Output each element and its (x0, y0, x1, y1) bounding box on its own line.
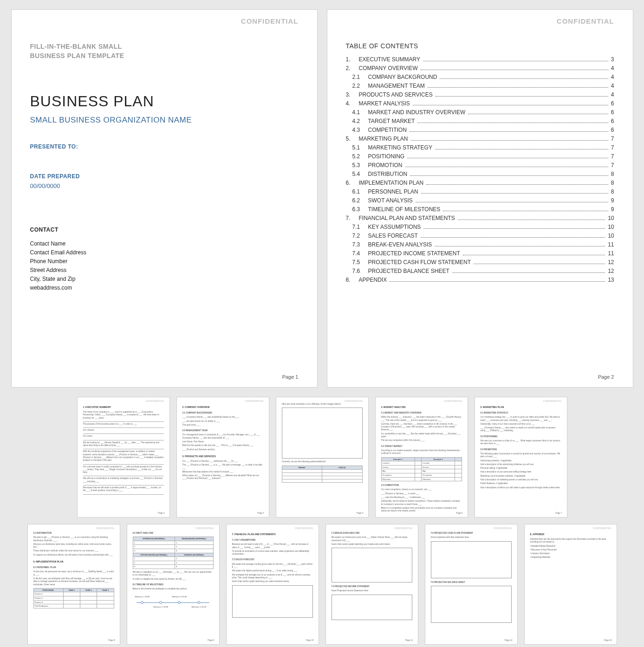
toc-num: 2.1 (346, 74, 368, 80)
subsection-heading: 7.2 SALES FORECAST (232, 558, 313, 561)
fill-line (83, 439, 164, 440)
subsection-heading: 6.1 PERSONNEL PLAN (33, 566, 114, 569)
toc-row: 6.3TIMELINE OF MILESTONES 9 (346, 206, 614, 213)
toc-page: 4 (609, 91, 614, 98)
toc-row: 7.5PROJECTED CASH FLOW STATEMENT 12 (346, 259, 614, 265)
contact-city: City, State and Zip (30, 275, 299, 283)
toc-row: 7.FINANCIAL PLAN AND STATEMENTS 10 (346, 215, 614, 221)
confidential-label: CONFIDENTIAL (557, 17, 614, 25)
toc-label: PROJECTED BALANCE SHEET (368, 268, 451, 274)
body-text: We expect our break-even point to be ___… (332, 536, 412, 542)
fill-line (83, 421, 164, 422)
toc-label: APPENDIX (359, 277, 389, 283)
toc-num: 5.2 (346, 153, 368, 160)
document-title: BUSINESS PLAN (30, 93, 299, 110)
body-text: In the first year, we anticipate total h… (33, 577, 114, 586)
thumb-page-9: CONFIDENTIALPage 96.2 SWOT ANALYSISSTREN… (127, 524, 220, 645)
toc-page: 7 (609, 136, 614, 142)
body-text: Within the industry ___ (Industry) ___ h… (381, 416, 462, 422)
toc-num: 7.2 (346, 233, 368, 239)
toc-dots (421, 237, 605, 238)
toc-num: 5.1 (346, 144, 368, 151)
toc-page: 10 (606, 233, 614, 239)
subsection-heading: 7.6 PROJECTED BALANCE SHEET (431, 581, 512, 584)
toc-row: 4.MARKET ANALYSIS 6 (346, 100, 614, 107)
body-text: Additionally, we've looked at indirect c… (381, 500, 462, 506)
body-text: • Supporting Materials (530, 556, 611, 559)
body-text: Because we will need a total of $ ___ of… (232, 543, 313, 549)
body-text: Currently, there are ___ (Number) ___ di… (381, 423, 462, 432)
body-text: To provide an estimation of a worst-case… (232, 550, 313, 556)
toc-dots (428, 87, 608, 88)
subsection-heading: 5.1 MARKETING STRATEGY (481, 412, 561, 414)
subsection-heading: 5.4 DISTRIBUTION (33, 532, 114, 535)
section-heading: 6. IMPLEMENTATION PLAN (33, 560, 114, 563)
toc-label: COMPANY BACKGROUND (368, 74, 439, 80)
body-text: Our vision: (83, 435, 164, 438)
body-text: It is worthwhile to note that ___. But t… (381, 433, 462, 439)
toc-dots (407, 158, 608, 158)
statement-placeholder (431, 586, 512, 623)
toc-page: 4 (609, 65, 614, 71)
toc-title: TABLE OF CONTENTS (346, 42, 614, 50)
fill-line (83, 493, 164, 495)
toc-num: 4.1 (346, 109, 368, 116)
subsection-heading: 2.2 MANAGEMENT TEAM (182, 429, 263, 432)
subsection-heading: 7.3 BREAK-EVEN ANALYSIS (332, 532, 412, 535)
toc-page: 7 (609, 162, 614, 168)
thumb-page-12: CONFIDENTIALPage 127.5 PROJECTED CASH FL… (425, 524, 518, 645)
subsection-heading: 6.2 SWOT ANALYSIS (133, 532, 214, 535)
thumb-page-5: CONFIDENTIALPage 5Here are some examples… (276, 397, 369, 518)
toc-dots (410, 131, 608, 132)
thumb-page-3: CONFIDENTIALPage 31. EXECUTIVE SUMMARYTh… (77, 397, 170, 518)
section-heading: 1. EXECUTIVE SUMMARY (83, 406, 164, 409)
toc-row: 5.4DISTRIBUTION 8 (346, 171, 614, 177)
contact-heading: CONTACT (30, 226, 299, 233)
fill-line (83, 448, 164, 449)
toc-label: POSITIONING (368, 153, 407, 160)
toc-dots (474, 264, 605, 264)
contact-email: Contact Email Address (30, 248, 299, 257)
patents-table: PATENTSTATUS (282, 466, 363, 483)
toc-page: 11 (606, 241, 614, 248)
toc-page: 10 (606, 215, 614, 221)
section-heading: 2. COMPANY OVERVIEW (182, 406, 263, 409)
toc-num: 5. (346, 136, 359, 142)
toc-num: 4.3 (346, 127, 368, 133)
subsection-heading: 5.2 POSITIONING (481, 435, 561, 438)
toc-label: PRODUCTS AND SERVICES (359, 91, 435, 98)
body-text: ___ (Company Name) ___ was established b… (182, 416, 263, 419)
toc-label: IMPLEMENTATION PLAN (359, 180, 426, 186)
subsection-heading: 4.1 MARKET AND INDUSTRY OVERVIEW (381, 412, 462, 414)
body-text: Below is a competitive analysis that sum… (381, 507, 462, 513)
section-heading: 3. PRODUCTS AND SERVICES (182, 455, 263, 458)
body-text: Our ___ (Product or Service) ___ address… (182, 460, 263, 463)
body-text: Additionally, many of our new customers … (481, 423, 561, 426)
toc-num: 7.1 (346, 224, 368, 230)
toc-page: 6 (609, 100, 614, 107)
toc-num: 4.2 (346, 118, 368, 124)
toc-row: 4.1MARKET AND INDUSTRY OVERVIEW 6 (346, 109, 614, 116)
toc-row: 4.2TARGET MARKET 6 (346, 118, 614, 124)
toc-num: 3. (346, 91, 359, 98)
toc-dots (410, 175, 608, 176)
toc-page: 10 (606, 224, 614, 230)
body-text: ___ we were known for our ability to ___… (182, 420, 263, 423)
toc-row: 5.3PROMOTION 7 (346, 162, 614, 168)
toc-page: 8 (609, 188, 614, 195)
section-heading: 8. APPENDIX (530, 533, 611, 536)
body-text: Our marketing strategy has ___ in order … (481, 416, 561, 422)
body-text: ___ (Company Name) ___ also wants to rea… (481, 427, 561, 433)
body-text: Insert chart and/or graph depicting your… (332, 543, 412, 546)
chart-placeholder (232, 585, 313, 618)
toc-row: 8.APPENDIX 13 (346, 277, 614, 283)
body-text: Insert chart and/or graph depicting your… (232, 580, 313, 583)
body-text: ___ (Product or Service) ___ is worth __… (381, 492, 462, 495)
body-text: The name of our company is ____ and it i… (83, 411, 164, 420)
statement-placeholder (431, 541, 512, 578)
contact-phone: Phone Number (30, 257, 299, 265)
toc-dots (463, 255, 605, 255)
toc-dots (440, 78, 608, 79)
body-text: We will use a combination of marketing s… (83, 477, 164, 483)
subsection-heading: 7.5 PROJECTED CASH FLOW STATEMENT (431, 532, 512, 535)
